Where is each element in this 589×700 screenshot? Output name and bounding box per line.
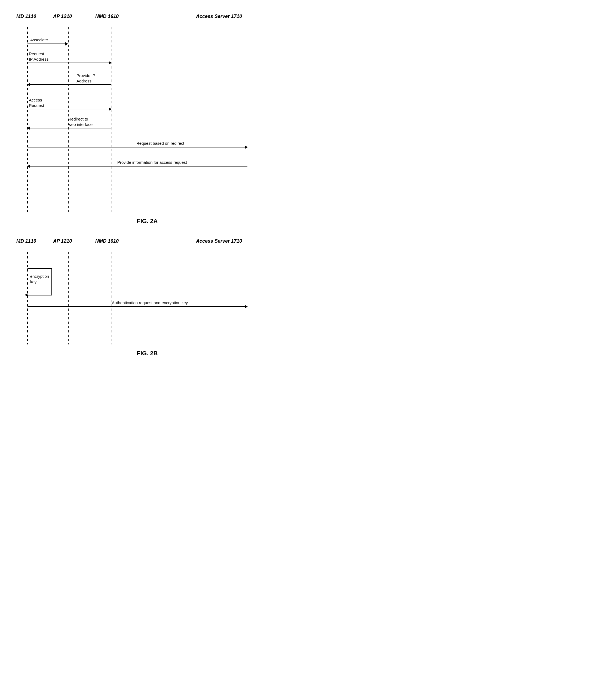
lifeline-as bbox=[248, 27, 248, 212]
entity-as-label: Access Server 1710 bbox=[196, 14, 242, 19]
msg-access-request: AccessRequest bbox=[27, 109, 111, 109]
msg-provide-info: Provide information for access request bbox=[27, 166, 247, 167]
fig2b-header: MD 1110 AP 1210 NMD 1610 Access Server 1… bbox=[11, 236, 272, 252]
self-top-line bbox=[27, 268, 52, 269]
provide-info-label: Provide information for access request bbox=[117, 160, 187, 165]
msg-provide-ip: Provide IPAddress bbox=[27, 84, 111, 85]
self-right-line bbox=[51, 268, 52, 295]
fig2b-caption: FIG. 2B bbox=[11, 350, 283, 357]
msg-request-redirect: Request based on redirect bbox=[27, 147, 247, 148]
request-redirect-arrow bbox=[27, 147, 247, 148]
fig2a-diagram: Associate RequestIP Address Provide IPAd… bbox=[11, 27, 272, 212]
msg-request-ip: RequestIP Address bbox=[27, 62, 111, 63]
lifeline-md2 bbox=[27, 252, 28, 344]
msg-associate: Associate bbox=[27, 43, 68, 44]
lifeline-as2 bbox=[248, 252, 248, 344]
lifeline-md bbox=[27, 27, 28, 212]
entity-md-label: MD 1110 bbox=[16, 14, 36, 19]
lifeline-nmd2 bbox=[112, 252, 112, 344]
fig2b-section: MD 1110 AP 1210 NMD 1610 Access Server 1… bbox=[11, 236, 283, 357]
provide-info-arrow bbox=[27, 166, 247, 167]
entity-ap2-label: AP 1210 bbox=[53, 238, 72, 244]
provide-ip-label: Provide IPAddress bbox=[76, 73, 95, 83]
entity-nmd2-label: NMD 1610 bbox=[95, 238, 119, 244]
fig2a-caption: FIG. 2A bbox=[11, 218, 283, 225]
associate-arrow bbox=[27, 43, 68, 44]
entity-as2-label: Access Server 1710 bbox=[196, 238, 242, 244]
redirect-arrow bbox=[27, 128, 111, 129]
msg-redirect: Redirect toweb interface bbox=[27, 128, 111, 129]
provide-ip-arrow bbox=[27, 84, 111, 85]
fig2a-header: MD 1110 AP 1210 NMD 1610 Access Server 1… bbox=[11, 11, 272, 27]
associate-label: Associate bbox=[30, 37, 48, 42]
msg-auth-request: Authentication request and encryption ke… bbox=[27, 306, 247, 307]
redirect-label: Redirect toweb interface bbox=[68, 116, 92, 127]
page-container: MD 1110 AP 1210 NMD 1610 Access Server 1… bbox=[0, 0, 294, 373]
self-arrow-head bbox=[25, 293, 27, 296]
request-ip-arrow bbox=[27, 62, 111, 63]
request-redirect-label: Request based on redirect bbox=[136, 141, 184, 146]
fig2a-section: MD 1110 AP 1210 NMD 1610 Access Server 1… bbox=[11, 11, 283, 225]
enc-key-label: encryptionkey bbox=[30, 274, 49, 284]
lifeline-ap2 bbox=[68, 252, 68, 344]
auth-request-arrow bbox=[27, 306, 247, 307]
request-ip-label: RequestIP Address bbox=[29, 51, 48, 62]
entity-md2-label: MD 1110 bbox=[16, 238, 36, 244]
self-bottom-line bbox=[27, 295, 52, 295]
auth-request-label: Authentication request and encryption ke… bbox=[112, 300, 188, 305]
entity-nmd-label: NMD 1610 bbox=[95, 14, 119, 19]
entity-ap-label: AP 1210 bbox=[53, 14, 72, 19]
access-request-arrow bbox=[27, 109, 111, 109]
lifeline-nmd bbox=[112, 27, 112, 212]
fig2b-diagram: encryptionkey Authentication request and… bbox=[11, 252, 272, 344]
access-request-label: AccessRequest bbox=[29, 97, 44, 108]
